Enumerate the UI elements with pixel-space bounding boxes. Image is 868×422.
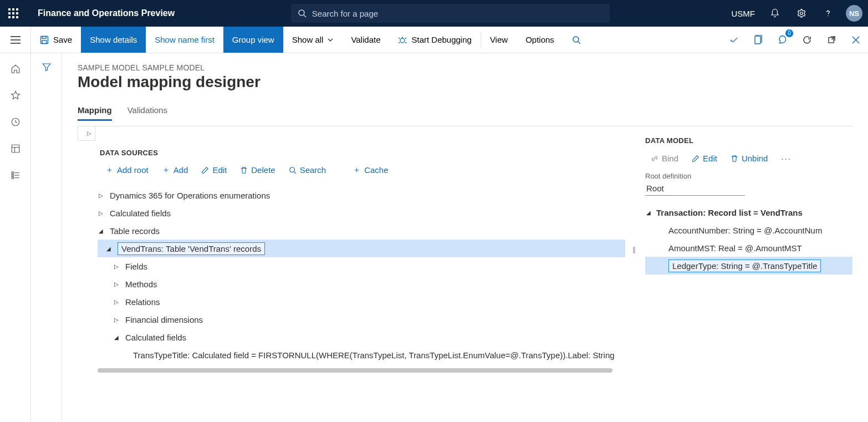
svg-line-22 (405, 38, 406, 39)
show-details-button[interactable]: Show details (81, 27, 146, 53)
tree-node-vendtrans[interactable]: ◢VendTrans: Table 'VendTrans' records (98, 240, 625, 257)
svg-rect-35 (12, 172, 13, 174)
link-icon (651, 155, 658, 162)
notifications-icon[interactable] (763, 0, 787, 27)
dm-node-amountmst[interactable]: AmountMST: Real = @.AmountMST (645, 239, 852, 257)
hamburger-icon[interactable] (0, 27, 31, 53)
view-menu[interactable]: View (481, 27, 517, 53)
save-button[interactable]: Save (31, 27, 81, 53)
tree-node-transtypetitle[interactable]: ▷TransTypeTitle: Calculated field = FIRS… (98, 346, 625, 364)
trash-icon (240, 166, 248, 174)
svg-rect-17 (42, 36, 46, 38)
svg-rect-37 (12, 177, 13, 179)
app-launcher-icon[interactable] (0, 0, 27, 27)
svg-rect-7 (12, 16, 14, 18)
horizontal-scrollbar[interactable] (98, 368, 612, 373)
dm-edit-button[interactable]: Edit (686, 150, 723, 166)
global-search[interactable] (291, 4, 610, 23)
recent-icon[interactable] (9, 115, 22, 129)
refresh-icon[interactable] (795, 27, 819, 53)
gear-icon[interactable] (789, 0, 814, 27)
svg-line-42 (294, 171, 296, 174)
svg-point-19 (400, 38, 405, 43)
svg-point-41 (289, 167, 294, 172)
tab-validations[interactable]: Validations (127, 105, 167, 121)
start-debugging-label: Start Debugging (411, 35, 471, 44)
plus-icon: ＋ (162, 165, 170, 175)
plus-icon: ＋ (105, 165, 114, 175)
tree-node-fields[interactable]: ▷Fields (98, 257, 625, 275)
data-sources-panel: ▷ DATA SOURCES ＋Add root ＋Add Edit Delet… (78, 126, 632, 373)
search-button[interactable]: Search (283, 162, 332, 178)
user-avatar[interactable]: NS (846, 5, 862, 22)
show-name-first-button[interactable]: Show name first (146, 27, 223, 53)
debug-icon (398, 35, 407, 44)
svg-line-21 (399, 38, 400, 39)
pencil-icon (692, 155, 699, 162)
svg-rect-3 (8, 12, 11, 14)
svg-rect-5 (16, 12, 18, 14)
dm-node-accountnumber[interactable]: AccountNumber: String = @.AccountNum (645, 221, 852, 239)
cache-button[interactable]: ＋Cache (347, 161, 394, 179)
plus-icon: ＋ (353, 165, 361, 175)
bind-button[interactable]: Bind (645, 150, 684, 166)
dm-more-button[interactable]: ··· (775, 150, 797, 166)
help-icon[interactable] (816, 0, 840, 27)
page-title: Model mapping designer (78, 73, 852, 91)
svg-point-9 (299, 10, 304, 16)
split-handle[interactable]: ‖ (632, 126, 636, 373)
panel-expand-icon[interactable]: ▷ (78, 126, 95, 141)
add-root-button[interactable]: ＋Add root (100, 161, 154, 179)
save-label: Save (53, 35, 72, 44)
modules-icon[interactable] (9, 169, 22, 182)
workspaces-icon[interactable] (9, 142, 22, 155)
dm-node-ledgertype[interactable]: LedgerType: String = @.TransTypeTitle (645, 257, 852, 274)
tree-node-relations[interactable]: ▷Relations (98, 293, 625, 311)
favorites-icon[interactable] (9, 89, 22, 102)
tab-mapping[interactable]: Mapping (78, 105, 112, 121)
show-all-dropdown[interactable]: Show all (283, 27, 343, 53)
validate-button[interactable]: Validate (342, 27, 389, 53)
dm-node-transaction[interactable]: ◢Transaction: Record list = VendTrans (645, 204, 852, 221)
page-tabs: Mapping Validations (78, 105, 852, 121)
find-button[interactable] (563, 27, 590, 53)
search-icon (289, 166, 297, 174)
app-title: Finance and Operations Preview (27, 8, 175, 18)
company-code[interactable]: USMF (726, 9, 761, 18)
svg-rect-32 (12, 145, 19, 152)
filter-icon[interactable] (42, 62, 52, 422)
unbind-button[interactable]: Unbind (725, 150, 774, 166)
popout-icon[interactable] (819, 27, 844, 53)
tree-node-methods[interactable]: ▷Methods (98, 275, 625, 293)
global-search-input[interactable] (311, 8, 603, 19)
start-debugging-button[interactable]: Start Debugging (389, 27, 480, 53)
messages-icon[interactable]: 0 (770, 27, 795, 53)
svg-rect-6 (8, 16, 11, 18)
svg-rect-4 (12, 12, 14, 14)
delete-button[interactable]: Delete (234, 162, 280, 178)
filter-column (31, 53, 62, 422)
svg-rect-27 (755, 36, 760, 44)
add-button[interactable]: ＋Add (156, 161, 194, 179)
command-bar: Save Show details Show name first Group … (0, 27, 868, 53)
show-all-label: Show all (292, 35, 324, 44)
root-definition-value[interactable]: Root (645, 181, 745, 196)
data-model-toolbar: Bind Edit Unbind ··· (645, 150, 852, 166)
svg-rect-8 (16, 16, 18, 18)
attachments-icon[interactable] (746, 27, 770, 53)
svg-line-10 (304, 15, 306, 17)
trash-icon (731, 155, 738, 162)
tree-node-table-records[interactable]: ◢Table records (98, 222, 625, 240)
tree-node-calculated-fields-child[interactable]: ◢Calculated fields (98, 328, 625, 346)
main-content: SAMPLE MODEL SAMPLE MODEL Model mapping … (62, 53, 868, 422)
tree-node-enumerations[interactable]: ▷Dynamics 365 for Operations enumeration… (98, 186, 625, 204)
home-icon[interactable] (9, 62, 22, 75)
tree-node-calculated-fields[interactable]: ▷Calculated fields (98, 204, 625, 222)
options-menu[interactable]: Options (517, 27, 563, 53)
tree-node-financial-dimensions[interactable]: ▷Financial dimensions (98, 311, 625, 328)
close-icon[interactable] (844, 27, 868, 53)
group-view-button[interactable]: Group view (223, 27, 283, 53)
infolog-icon[interactable] (722, 27, 746, 53)
svg-line-26 (578, 42, 580, 44)
edit-button[interactable]: Edit (196, 162, 232, 178)
